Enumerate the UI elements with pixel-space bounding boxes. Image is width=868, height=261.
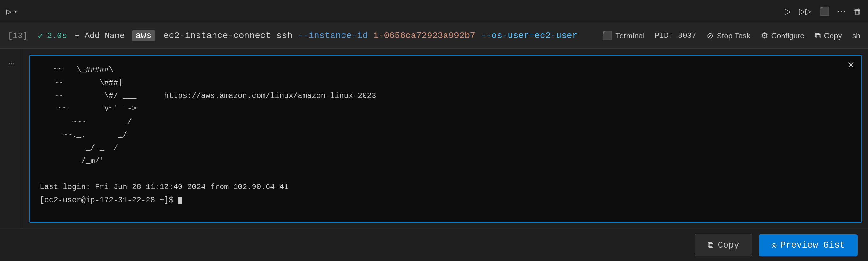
- stop-task-icon: ⊘: [707, 31, 714, 41]
- task-duration: 2.0s: [47, 31, 67, 41]
- run-button[interactable]: ▷ ▾: [6, 6, 18, 17]
- sh-label: sh: [852, 31, 860, 40]
- copy-label: Copy: [718, 240, 739, 250]
- amazon-logo: ~~ \_#####\ ~~ \###| ~~ \#/ ___ https://…: [40, 65, 376, 165]
- command-text: aws ec2-instance-connect ssh --instance-…: [132, 31, 589, 41]
- aws-badge: aws: [132, 30, 155, 41]
- sidebar: …: [0, 48, 23, 229]
- copy-button[interactable]: ⧉ Copy: [694, 234, 752, 256]
- pid-label: PID: 8037: [655, 31, 696, 40]
- run-forward-button[interactable]: ▷: [785, 6, 791, 16]
- cmd-subcommand: ec2-instance-connect ssh: [163, 31, 298, 41]
- terminal-button[interactable]: ⬛ Terminal: [602, 31, 645, 41]
- sidebar-menu-icon[interactable]: …: [8, 56, 14, 67]
- stop-button[interactable]: ⬛: [819, 6, 830, 16]
- copy-command-label: Copy: [824, 31, 842, 40]
- terminal-prompt: [ec2-user@ip-172-31-22-28 ~]$: [40, 196, 182, 204]
- terminal-label: Terminal: [616, 31, 645, 40]
- toolbar-right-icons: ▷ ▷▷ ⬛ ⋯ 🗑: [785, 6, 862, 16]
- preview-label: Preview Gist: [780, 240, 845, 250]
- pid-display: PID: 8037: [655, 31, 696, 40]
- add-name-label: + Add Name: [74, 31, 124, 41]
- bottom-bar: ⧉ Copy ◎ Preview Gist: [0, 229, 868, 261]
- stop-task-button[interactable]: ⊘ Stop Task: [707, 31, 750, 41]
- configure-icon: ⚙: [761, 31, 768, 41]
- copy-command-icon: ⧉: [815, 31, 821, 41]
- trash-icon: 🗑: [853, 6, 862, 16]
- terminal-close-button[interactable]: ✕: [847, 61, 855, 70]
- terminal-content: ~~ \_#####\ ~~ \###| ~~ \#/ ___ https://…: [30, 56, 861, 222]
- run-forward-icon: ▷: [785, 6, 791, 16]
- run-skip-icon: ▷▷: [799, 6, 812, 16]
- more-options-button[interactable]: ⋯: [837, 6, 846, 16]
- copy-icon: ⧉: [708, 240, 714, 250]
- amazon-url: https://aws.amazon.com/linux/amazon-linu…: [164, 92, 376, 100]
- top-toolbar: ▷ ▾ ▷ ▷▷ ⬛ ⋯ 🗑: [0, 0, 868, 23]
- preview-gist-button[interactable]: ◎ Preview Gist: [759, 234, 858, 256]
- prompt-text: [ec2-user@ip-172-31-22-28 ~]$: [40, 196, 178, 204]
- cmd-flag2: --os-user=ec2-user: [481, 31, 578, 41]
- command-actions: ⬛ Terminal PID: 8037 ⊘ Stop Task ⚙ Confi…: [602, 31, 860, 41]
- stop-task-label: Stop Task: [717, 31, 750, 40]
- cursor: [178, 197, 182, 204]
- command-row: [13] ✓ 2.0s + Add Name aws ec2-instance-…: [0, 23, 868, 48]
- ellipsis-icon: ⋯: [837, 6, 846, 16]
- run-dropdown-icon: ▾: [14, 7, 18, 15]
- stop-icon: ⬛: [819, 6, 830, 16]
- run-icon: ▷: [6, 6, 12, 17]
- main-area: … ✕ ~~ \_#####\ ~~ \###| ~~ \#/ ___ http…: [0, 48, 868, 229]
- delete-button[interactable]: 🗑: [853, 6, 862, 16]
- success-icon: ✓: [38, 30, 43, 41]
- run-skip-button[interactable]: ▷▷: [799, 6, 812, 16]
- last-login: Last login: Fri Jun 28 11:12:40 2024 fro…: [40, 183, 289, 191]
- preview-icon: ◎: [772, 240, 777, 251]
- copy-command-button[interactable]: ⧉ Copy: [815, 31, 842, 41]
- add-name-button[interactable]: + Add Name: [74, 31, 124, 41]
- toolbar-left: ▷ ▾: [6, 6, 18, 17]
- terminal-icon: ⬛: [602, 31, 612, 41]
- sh-button[interactable]: sh: [852, 31, 860, 40]
- task-number: [13]: [8, 31, 30, 41]
- configure-button[interactable]: ⚙ Configure: [761, 31, 805, 41]
- configure-label: Configure: [771, 31, 805, 40]
- cmd-value1: i-0656ca72923a992b7: [373, 31, 481, 41]
- cmd-flag1: --instance-id: [298, 31, 373, 41]
- terminal-panel: ✕ ~~ \_#####\ ~~ \###| ~~ \#/ ___ https:…: [29, 55, 862, 223]
